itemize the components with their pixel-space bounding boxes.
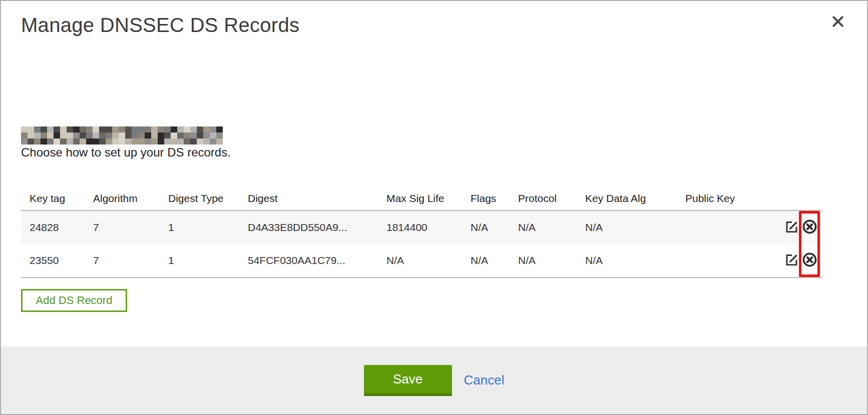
cell-digest-type: 1 (168, 222, 248, 234)
cell-key-tag: 24828 (21, 222, 93, 234)
cell-key-tag: 23550 (21, 254, 93, 266)
cell-algorithm: 7 (93, 254, 168, 266)
table-header-row: Key tag Algorithm Digest Type Digest Max… (21, 187, 822, 210)
edit-icon (785, 220, 798, 235)
delete-icon (802, 252, 817, 269)
cell-digest-type: 1 (168, 254, 248, 266)
add-ds-record-button[interactable]: Add DS Record (21, 289, 127, 312)
cell-flags: N/A (471, 254, 518, 266)
edit-record-button[interactable] (785, 220, 798, 235)
column-header-digest: Digest (248, 192, 386, 204)
delete-record-button[interactable] (802, 252, 817, 269)
cell-digest: D4A33E8DD550A9... (248, 222, 386, 234)
cell-key-data-alg: N/A (585, 222, 685, 234)
dialog-footer: Save Cancel (1, 346, 867, 414)
close-button[interactable] (830, 14, 846, 30)
cell-protocol: N/A (518, 222, 585, 234)
delete-record-button[interactable] (802, 219, 817, 236)
edit-record-button[interactable] (785, 253, 798, 268)
redacted-domain (21, 126, 223, 144)
cancel-link[interactable]: Cancel (464, 372, 505, 388)
table-row: 24828 7 1 D4A33E8DD550A9... 1814400 N/A … (21, 211, 822, 244)
ds-records-table: Key tag Algorithm Digest Type Digest Max… (21, 187, 822, 278)
column-header-key-tag: Key tag (21, 192, 93, 204)
dialog-title: Manage DNSSEC DS Records (21, 14, 299, 36)
column-header-protocol: Protocol (518, 192, 585, 204)
cell-key-data-alg: N/A (585, 254, 685, 266)
manage-dnssec-ds-records-dialog: Manage DNSSEC DS Records Choose how to s… (0, 0, 868, 415)
edit-icon (785, 253, 798, 268)
cell-digest: 54FCF030AA1C79... (248, 254, 386, 266)
cell-protocol: N/A (518, 254, 585, 266)
cell-max-sig-life: N/A (386, 254, 471, 266)
cell-max-sig-life: 1814400 (386, 222, 471, 234)
table-body: 24828 7 1 D4A33E8DD550A9... 1814400 N/A … (21, 210, 822, 278)
cell-algorithm: 7 (93, 222, 168, 234)
cell-flags: N/A (471, 222, 518, 234)
column-header-digest-type: Digest Type (168, 192, 248, 204)
delete-icon (802, 219, 817, 236)
column-header-algorithm: Algorithm (93, 192, 168, 204)
close-icon (831, 14, 845, 30)
column-header-max-sig-life: Max Sig Life (386, 192, 471, 204)
table-row: 23550 7 1 54FCF030AA1C79... N/A N/A N/A … (21, 244, 822, 277)
instruction-text: Choose how to set up your DS records. (21, 146, 231, 160)
column-header-key-data-alg: Key Data Alg (585, 192, 685, 204)
column-header-public-key: Public Key (685, 192, 782, 204)
save-button[interactable]: Save (364, 365, 452, 396)
column-header-flags: Flags (471, 192, 518, 204)
